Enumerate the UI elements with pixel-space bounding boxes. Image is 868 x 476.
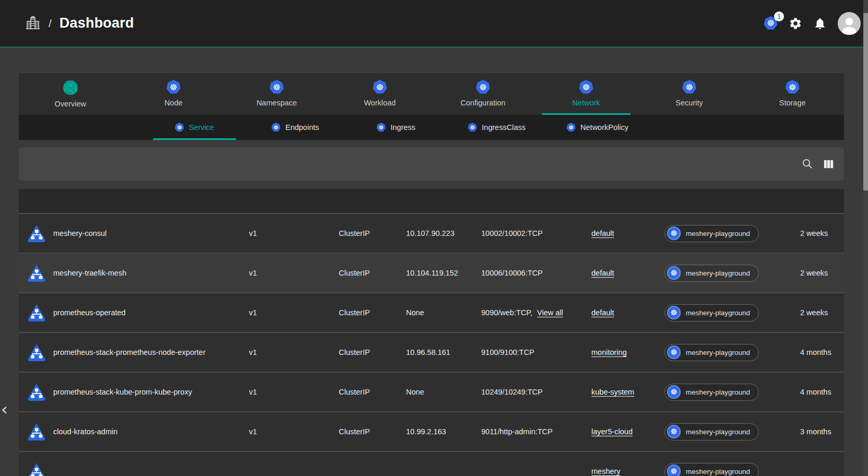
user-avatar[interactable]: [838, 12, 861, 35]
cluster-chip[interactable]: ☸ meshery-playground: [664, 423, 759, 441]
cluster-chip[interactable]: ☸ meshery-playground: [664, 304, 759, 322]
subtab-service[interactable]: ☸ Service: [144, 115, 245, 140]
main-tabs: ☸ Overview ☸ Node: [19, 73, 844, 115]
kubernetes-icon: ☸: [269, 80, 284, 94]
tab-workload[interactable]: ☸ Workload: [328, 73, 432, 115]
table-row[interactable]: meshery-traefik-mesh v1 ClusterIP 10.104…: [19, 254, 844, 293]
context-count-badge: 1: [774, 11, 784, 21]
subtab-networkpolicy[interactable]: ☸ NetworkPolicy: [547, 115, 648, 140]
tab-label: Network: [572, 99, 600, 107]
tab-storage[interactable]: ☸ Storage: [741, 73, 844, 115]
tab-node[interactable]: ☸ Node: [122, 73, 225, 115]
cluster-chip[interactable]: ☸ meshery-playground: [664, 344, 759, 361]
kubernetes-icon: ☸: [271, 123, 281, 132]
api-version-cell: v1: [249, 388, 339, 396]
kubernetes-icon: ☸: [373, 80, 387, 94]
ports-value: 9011/http-admin:TCP: [481, 427, 553, 436]
namespace-link[interactable]: meshery: [591, 467, 621, 475]
service-resource-icon: [27, 422, 46, 442]
ports-value: 10006/10006:TCP: [481, 269, 543, 277]
kubernetes-icon: ☸: [667, 266, 681, 280]
services-table: meshery-consul v1 ClusterIP 10.107.90.22…: [19, 189, 844, 476]
sidebar-collapse-chevron-icon[interactable]: ‹: [1, 401, 8, 418]
tab-overview[interactable]: ☸ Overview: [19, 73, 122, 115]
type-cell: ClusterIP: [339, 427, 406, 436]
cluster-cell: ☸ meshery-playground: [664, 423, 800, 441]
namespace-link[interactable]: default: [591, 308, 614, 317]
cluster-chip-label: meshery-playground: [686, 468, 750, 475]
table-row[interactable]: prometheus-stack-prometheus-node-exporte…: [19, 333, 844, 373]
kubernetes-icon: ☸: [682, 80, 697, 94]
cluster-chip[interactable]: ☸ meshery-playground: [664, 463, 759, 476]
subtab-label: Endpoints: [286, 123, 319, 132]
namespace-cell: monitoring: [591, 348, 664, 356]
kubernetes-icon: ☸: [667, 385, 681, 399]
service-name: cloud-kratos-admin: [53, 427, 117, 436]
namespace-link[interactable]: kube-system: [591, 388, 634, 396]
cluster-chip-label: meshery-playground: [686, 349, 750, 356]
view-columns-icon: [823, 158, 835, 170]
bell-icon: [813, 17, 827, 30]
age-cell: 2 weeks: [800, 229, 844, 237]
type-cell: ClusterIP: [339, 269, 406, 277]
kubernetes-icon: ☸: [175, 123, 184, 132]
cluster-chip-label: meshery-playground: [686, 269, 750, 277]
table-row[interactable]: prometheus-stack-kube-prom-kube-proxy v1…: [19, 373, 844, 412]
cluster-chip[interactable]: ☸ meshery-playground: [664, 225, 759, 242]
namespace-cell: kube-system: [591, 388, 664, 396]
tab-label: Configuration: [460, 99, 505, 107]
breadcrumb-separator: /: [49, 17, 52, 30]
kubernetes-icon: ☸: [667, 425, 681, 438]
cluster-cell: ☸ meshery-playground: [664, 265, 800, 282]
notifications-button[interactable]: [813, 17, 827, 30]
tab-namespace[interactable]: ☸ Namespace: [225, 73, 328, 115]
table-row[interactable]: meshery ☸ meshery-playground: [19, 452, 844, 476]
cluster-chip[interactable]: ☸ meshery-playground: [664, 384, 759, 401]
namespace-cell: meshery: [591, 467, 664, 475]
subtab-ingress[interactable]: ☸ Ingress: [346, 115, 446, 140]
cluster-cell: ☸ meshery-playground: [664, 384, 800, 401]
kubernetes-icon: ☸: [475, 80, 490, 94]
scrollbar-thumb[interactable]: [863, 13, 868, 191]
api-version-cell: v1: [249, 427, 339, 436]
namespace-link[interactable]: default: [591, 269, 614, 277]
subtab-endpoints[interactable]: ☸ Endpoints: [245, 115, 346, 140]
namespace-cell: layer5-cloud: [591, 427, 664, 436]
table-row[interactable]: cloud-kratos-admin v1 ClusterIP 10.99.2.…: [19, 412, 844, 452]
vertical-scrollbar[interactable]: [863, 0, 868, 476]
ports-cell: 9011/http-admin:TCP: [481, 427, 591, 436]
search-icon: [801, 158, 814, 170]
namespace-link[interactable]: layer5-cloud: [591, 427, 633, 436]
cluster-chip-label: meshery-playground: [686, 230, 750, 237]
age-cell: 3 months: [800, 427, 844, 436]
subtab-label: Ingress: [390, 123, 415, 132]
tab-label: Workload: [364, 99, 396, 107]
resource-tabs-panel: ☸ Overview ☸ Node: [19, 73, 844, 140]
kubernetes-icon: ☸: [376, 123, 386, 132]
cluster-cell: ☸ meshery-playground: [664, 463, 800, 476]
tab-network[interactable]: ☸ Network: [534, 73, 638, 115]
ports-value: 9100/9100:TCP: [481, 348, 534, 356]
view-columns-button[interactable]: [823, 158, 835, 170]
namespace-link[interactable]: default: [591, 229, 614, 237]
table-row[interactable]: meshery-consul v1 ClusterIP 10.107.90.22…: [19, 214, 844, 254]
ports-value: 9090/web:TCP,: [481, 308, 532, 317]
cluster-cell: ☸ meshery-playground: [664, 304, 800, 322]
subtab-label: IngressClass: [482, 123, 526, 132]
tab-configuration[interactable]: ☸ Configuration: [432, 73, 535, 115]
search-button[interactable]: [801, 158, 814, 170]
table-row[interactable]: prometheus-operated v1 ClusterIP None 90…: [19, 293, 844, 333]
namespace-link[interactable]: monitoring: [591, 348, 627, 356]
cluster-chip[interactable]: ☸ meshery-playground: [664, 265, 759, 282]
tab-security[interactable]: ☸ Security: [638, 73, 741, 115]
cluster-ip-cell: None: [406, 388, 481, 396]
view-all-link[interactable]: View all: [537, 308, 563, 317]
kubernetes-icon: ☸: [468, 123, 477, 132]
tab-label: Security: [675, 99, 703, 107]
cluster-chip-label: meshery-playground: [686, 309, 750, 317]
page-title: Dashboard: [60, 15, 134, 31]
subtab-ingressclass[interactable]: ☸ IngressClass: [446, 115, 547, 140]
kubernetes-icon: ☸: [667, 306, 681, 319]
kubernetes-context-button[interactable]: ☸ 1: [764, 16, 778, 30]
settings-button[interactable]: [789, 17, 802, 30]
